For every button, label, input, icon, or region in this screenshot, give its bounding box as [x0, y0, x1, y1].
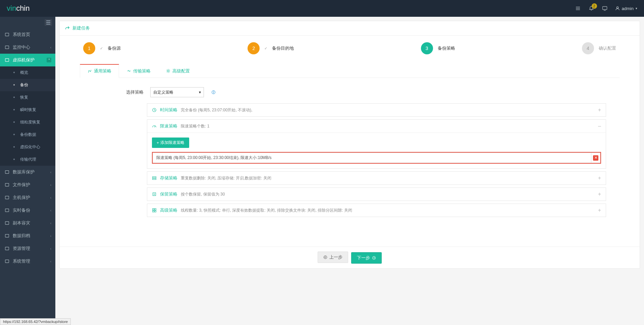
svg-point-1: [616, 7, 618, 8]
sidebar-label: 实时备份: [13, 207, 30, 213]
step-4[interactable]: 4确认配置: [582, 42, 616, 54]
svg-rect-28: [153, 211, 154, 212]
chevron-down-icon: ▾: [636, 7, 637, 10]
chevron-icon: ‹: [50, 260, 51, 263]
tab-0[interactable]: 通用策略: [80, 64, 119, 78]
subnav-item-5[interactable]: 备份数据: [0, 128, 55, 141]
svg-point-5: [14, 72, 15, 73]
svg-rect-25: [153, 193, 156, 196]
retain-policy-header[interactable]: 保留策略 按个数保留, 保留值为 30 +: [147, 188, 606, 201]
svg-rect-24: [153, 178, 156, 180]
step-1[interactable]: 1✓备份源: [83, 42, 121, 54]
subnav-label: 恢复: [20, 95, 28, 100]
dot-icon: [12, 95, 17, 100]
sidebar-label: 数据库保护: [13, 169, 35, 175]
retain-icon: [152, 192, 157, 197]
user-menu[interactable]: admin ▾: [615, 6, 637, 11]
sidebar-item-8[interactable]: 数据归档‹: [0, 229, 55, 242]
notification-badge: 2: [592, 3, 597, 9]
subnav-item-6[interactable]: 虚拟化中心: [0, 141, 55, 153]
dot-icon: [12, 157, 17, 162]
next-button[interactable]: 下一步: [351, 252, 382, 264]
subnav-item-3[interactable]: 瞬时恢复: [0, 104, 55, 116]
logo: vinchin: [7, 4, 30, 13]
subnav-item-4[interactable]: 细粒度恢复: [0, 116, 55, 128]
clock-icon: [152, 108, 157, 112]
sidebar-item-5[interactable]: 主机保护‹: [0, 191, 55, 204]
strategy-select[interactable]: 自定义策略 ▾: [150, 87, 204, 97]
subnav-item-2[interactable]: 恢复: [0, 91, 55, 104]
step-3[interactable]: 3备份策略: [421, 42, 455, 54]
sidebar-item-10[interactable]: 系统管理‹: [0, 255, 55, 268]
svg-rect-0: [602, 7, 607, 10]
advanced-policy-title: 高级策略: [160, 207, 177, 213]
subnav-item-1[interactable]: 备份: [0, 79, 55, 91]
step-number: 4: [582, 42, 594, 54]
dot-icon: [12, 145, 17, 150]
panel: 新建任务 1✓备份源2✓备份目的地3备份策略4确认配置 通用策略传输策略高级配置…: [59, 21, 640, 269]
sidebar-item-4[interactable]: 文件保护‹: [0, 178, 55, 191]
svg-rect-19: [5, 247, 9, 250]
step-2[interactable]: 2✓备份目的地: [248, 42, 294, 54]
wizard-steps: 1✓备份源2✓备份目的地3备份策略4确认配置: [80, 42, 620, 54]
tab-1[interactable]: 传输策略: [119, 64, 158, 78]
collapse-button[interactable]: [45, 19, 52, 26]
top-header: vinchin 2 admin ▾: [0, 0, 644, 17]
dot-icon: [12, 70, 17, 75]
home-icon: [5, 32, 9, 37]
dot-icon: [12, 83, 17, 88]
panel-header: 新建任务: [60, 21, 640, 36]
expand-icon: +: [598, 175, 601, 181]
settings-icon: [5, 259, 9, 264]
list-icon[interactable]: [575, 5, 581, 11]
svg-rect-27: [155, 209, 156, 210]
step-label: 备份目的地: [272, 45, 294, 51]
step-label: 备份策略: [438, 45, 455, 51]
sidebar-label: 主机保护: [13, 195, 30, 201]
dot-icon: [12, 108, 17, 112]
limit-policy-body: +添加限速策略 限速策略 (每周5, 23:00:00开始, 23:30:00结…: [147, 132, 606, 168]
share-icon: [65, 26, 70, 31]
user-icon: [615, 6, 620, 11]
svg-rect-29: [155, 211, 156, 212]
subnav-item-0[interactable]: 概览: [0, 66, 55, 79]
sidebar-label: 数据归档: [13, 233, 30, 239]
sidebar-item-7[interactable]: 副本容灾‹: [0, 217, 55, 229]
screen-icon[interactable]: [602, 5, 608, 11]
policy-accordion: 时间策略 完全备份 (每周5, 23:07:00开始, 不滚动), + 限速策略…: [147, 103, 606, 217]
info-icon[interactable]: ⓘ: [211, 90, 216, 95]
sidebar-label: 虚拟机保护: [13, 57, 35, 63]
sidebar-item-6[interactable]: 实时备份‹: [0, 204, 55, 217]
sidebar-item-1[interactable]: 监控中心‹: [0, 41, 55, 54]
time-policy-header[interactable]: 时间策略 完全备份 (每周5, 23:07:00开始, 不滚动), +: [147, 104, 606, 116]
sidebar-item-2[interactable]: 虚拟机保护˅: [0, 54, 55, 66]
subnav-item-7[interactable]: 传输代理: [0, 153, 55, 166]
tab-2[interactable]: 高级配置: [158, 64, 198, 78]
add-limit-button[interactable]: +添加限速策略: [152, 138, 189, 148]
sidebar-item-0[interactable]: 系统首页: [0, 28, 55, 41]
subnav-label: 备份数据: [20, 132, 36, 138]
svg-rect-26: [153, 209, 154, 210]
tab-icon: [88, 69, 92, 73]
svg-rect-20: [5, 260, 9, 263]
advanced-policy-header[interactable]: 高级策略 线程数量: 3, 快照模式: 串行, 深度有效数据提取: 关闭, 排除…: [147, 204, 606, 217]
sidebar-label: 系统首页: [13, 32, 30, 38]
storage-policy-header[interactable]: 存储策略 重复数据删除: 关闭, 压缩存储: 开启,数据加密: 关闭 +: [147, 172, 606, 184]
delete-icon[interactable]: ✕: [593, 155, 598, 161]
svg-point-9: [14, 121, 15, 122]
dot-icon: [12, 132, 17, 137]
svg-rect-16: [5, 209, 9, 212]
limit-delete-cell: ✕: [591, 153, 600, 163]
svg-point-31: [373, 257, 376, 260]
limit-policy-header[interactable]: 限速策略 限速策略个数: 1 –: [147, 120, 606, 132]
tab-label: 传输策略: [133, 68, 151, 74]
time-policy-desc: 完全备份 (每周5, 23:07:00开始, 不滚动),: [181, 107, 252, 113]
sidebar-label: 系统管理: [13, 258, 30, 264]
chevron-icon: ‹: [50, 170, 51, 174]
gauge-icon: [152, 124, 157, 128]
sidebar-item-9[interactable]: 资源管理‹: [0, 242, 55, 255]
sidebar-item-3[interactable]: 数据库保护‹: [0, 166, 55, 178]
bell-icon[interactable]: 2: [588, 5, 594, 11]
prev-button[interactable]: 上一步: [318, 252, 348, 263]
dot-icon: [12, 120, 17, 125]
